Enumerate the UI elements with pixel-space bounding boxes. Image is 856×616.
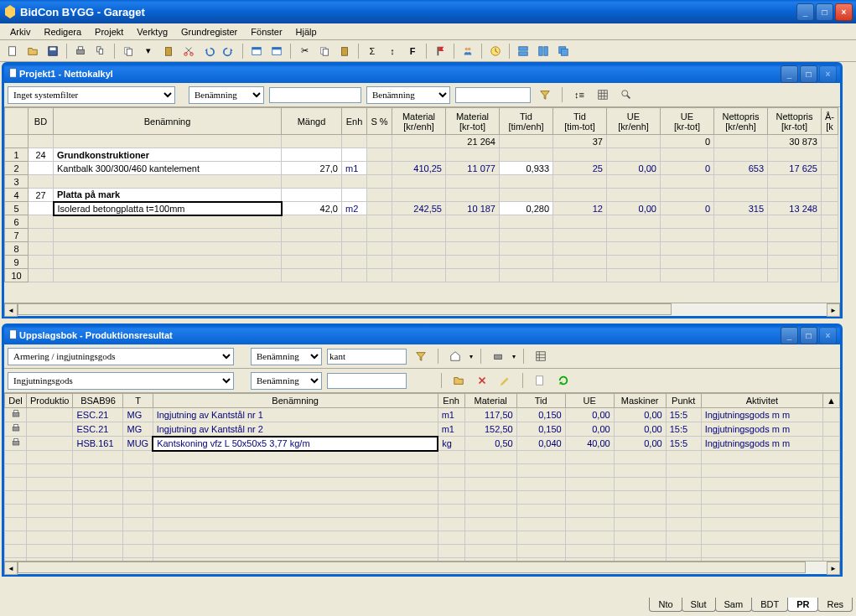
clipboard-icon[interactable] (159, 42, 178, 60)
menu-verktyg[interactable]: Verktyg (130, 25, 174, 39)
scroll-left-1[interactable]: ◄ (4, 303, 18, 317)
delete-icon[interactable] (473, 371, 491, 390)
tab-nto[interactable]: Nto (649, 598, 682, 612)
table-row[interactable]: 5Isolerad betongplatta t=100mm42,0m2242,… (5, 202, 838, 215)
menu-redigera[interactable]: Redigera (37, 25, 88, 39)
print2-icon[interactable] (489, 347, 507, 365)
home-icon[interactable] (446, 347, 464, 365)
scroll-right-2[interactable]: ► (827, 562, 840, 575)
note-icon[interactable] (531, 371, 549, 390)
table-row[interactable]: 9 (5, 256, 838, 269)
cascade-icon[interactable] (554, 42, 573, 60)
font-icon[interactable]: F (403, 42, 422, 60)
folder-icon[interactable] (449, 371, 468, 390)
table-row[interactable]: 7 (5, 229, 838, 242)
filter-input-1[interactable] (269, 87, 361, 103)
uppslagsbok-grid[interactable]: Del Produktio BSAB96 T Benämning Enh Mat… (4, 393, 840, 561)
window1-icon[interactable] (247, 42, 266, 60)
category-select-1[interactable]: Armering / ingjutningsgods (8, 348, 234, 365)
copy2-icon[interactable] (315, 42, 334, 60)
redo-icon[interactable] (220, 42, 238, 60)
tab-bdt[interactable]: BDT (751, 598, 788, 612)
sub1-minimize[interactable]: _ (781, 65, 798, 83)
refresh-icon[interactable] (554, 371, 573, 390)
category-select-2[interactable]: Ingjutningsgods (8, 372, 234, 390)
search-input-2b[interactable] (327, 373, 407, 389)
minimize-button[interactable]: _ (796, 3, 814, 21)
save-icon[interactable] (44, 42, 62, 60)
funnel2-icon[interactable] (412, 347, 430, 365)
menu-fonster[interactable]: Fönster (244, 25, 288, 39)
tile-v-icon[interactable] (534, 42, 553, 60)
nettokalkyl-grid[interactable]: BD Benämning Mängd Enh S % Material[kr/e… (4, 107, 838, 282)
grid-container-2[interactable]: Del Produktio BSAB96 T Benämning Enh Mat… (4, 393, 840, 561)
menu-hjalp[interactable]: Hjälp (289, 25, 324, 39)
cut-icon[interactable] (179, 42, 198, 60)
table-row[interactable]: ESC.21MGIngjutning av Kantstål nr 1m1117… (5, 408, 840, 422)
col-select-2a[interactable]: Benämning (251, 348, 322, 365)
sort-tool-icon[interactable]: ↕≡ (570, 85, 589, 104)
tab-res[interactable]: Res (817, 598, 853, 612)
paste2-icon[interactable] (335, 42, 354, 60)
undo-icon[interactable] (200, 42, 218, 60)
sub-titlebar-1[interactable]: Projekt1 - Nettokalkyl _ □ × (4, 65, 840, 83)
tab-pr[interactable]: PR (787, 598, 818, 612)
hscroll-2[interactable]: ◄ ► (4, 561, 840, 574)
close-button[interactable]: × (835, 3, 853, 21)
preview-icon[interactable] (91, 42, 110, 60)
menu-grundregister[interactable]: Grundregister (174, 25, 244, 39)
col-select-1[interactable]: Benämning (189, 86, 264, 104)
grid-container-1[interactable]: BD Benämning Mängd Enh S % Material[kr/e… (4, 107, 840, 303)
table-row[interactable]: ESC.21MGIngjutning av Kantstål nr 2m1152… (5, 422, 840, 437)
edit-icon[interactable] (496, 371, 515, 390)
window2-icon[interactable] (267, 42, 286, 60)
tile-h-icon[interactable] (514, 42, 532, 60)
filter-input-2[interactable] (455, 87, 531, 103)
scissors-icon[interactable]: ✂ (295, 42, 314, 60)
print-icon[interactable] (71, 42, 90, 60)
col-select-2b[interactable]: Benämning (251, 372, 322, 390)
grid-tool-icon[interactable] (594, 85, 612, 104)
maximize-button[interactable]: □ (816, 3, 833, 21)
paste-icon[interactable]: ▾ (139, 42, 158, 60)
tab-slut[interactable]: Slut (682, 598, 716, 612)
table-row[interactable]: 2Kantbalk 300/300/460 kantelement27,0m14… (5, 162, 838, 175)
table-row[interactable]: 3 (5, 175, 838, 189)
sigma-icon[interactable]: Σ (363, 42, 381, 60)
tab-sam[interactable]: Sam (715, 598, 753, 612)
sub1-close[interactable]: × (819, 65, 837, 83)
open-icon[interactable] (23, 42, 42, 60)
table-row[interactable]: 6 (5, 215, 838, 229)
svg-rect-35 (537, 376, 543, 386)
window-nettokalkyl: Projekt1 - Nettokalkyl _ □ × Inget syste… (2, 62, 843, 318)
col-select-2[interactable]: Benämning (366, 86, 450, 104)
search-tool-icon[interactable] (617, 85, 636, 104)
grid2-icon[interactable] (532, 347, 550, 365)
table-row[interactable]: 427Platta på mark (5, 189, 838, 202)
copy-icon[interactable] (119, 42, 137, 60)
clock-icon[interactable] (486, 42, 505, 60)
menu-projekt[interactable]: Projekt (88, 25, 130, 39)
sub2-close[interactable]: × (819, 327, 837, 344)
search-input-2[interactable] (327, 349, 407, 365)
table-row[interactable]: 10 (5, 269, 838, 282)
hscroll-1[interactable]: ◄ ► (4, 303, 840, 316)
funnel-icon[interactable] (536, 85, 554, 104)
table-row[interactable]: 124Grundkonstruktioner (5, 148, 838, 162)
sort-icon[interactable]: ↕ (383, 42, 402, 60)
sub1-maximize[interactable]: □ (800, 65, 817, 83)
table-row[interactable]: 8 (5, 242, 838, 256)
system-filter-select[interactable]: Inget systemfilter (8, 86, 175, 104)
svg-rect-4 (78, 46, 82, 49)
menu-arkiv[interactable]: Arkiv (3, 25, 37, 39)
flag-icon[interactable] (431, 42, 449, 60)
people-icon[interactable] (459, 42, 477, 60)
new-icon[interactable] (3, 42, 22, 60)
sub2-minimize[interactable]: _ (781, 327, 798, 344)
scroll-left-2[interactable]: ◄ (4, 562, 18, 575)
filter-row-1: Inget systemfilter Benämning Benämning ↕… (4, 83, 840, 107)
sub-titlebar-2[interactable]: Uppslagsbok - Produktionsresultat _ □ × (4, 326, 840, 344)
sub2-maximize[interactable]: □ (800, 327, 817, 344)
table-row[interactable]: HSB.161MUGKantskoning vfz L 50x50x5 3,77… (5, 437, 840, 451)
scroll-right-1[interactable]: ► (827, 303, 840, 317)
